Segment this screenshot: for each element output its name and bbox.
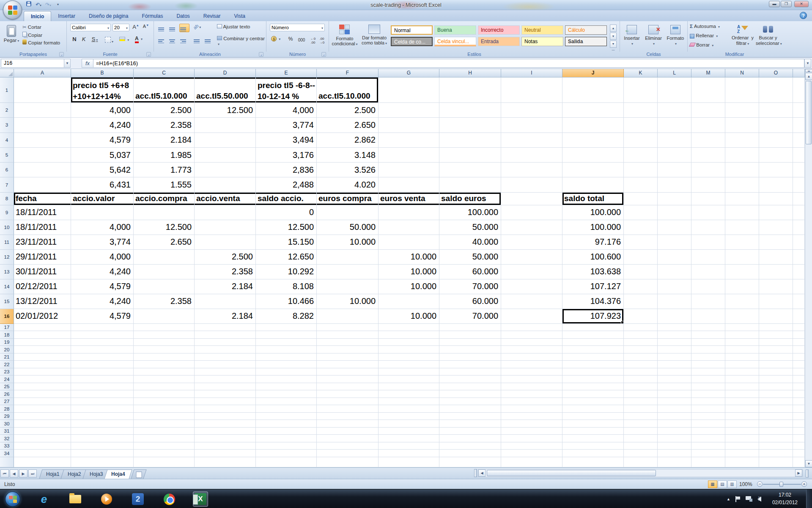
cell-M25[interactable]: [691, 383, 725, 391]
row-header-14[interactable]: 14: [0, 279, 14, 294]
cell-H33[interactable]: [439, 442, 501, 450]
cell-I18[interactable]: [501, 331, 562, 339]
cell-B16[interactable]: 4,579: [71, 309, 134, 324]
cell-I23[interactable]: [501, 368, 562, 376]
cell-E23[interactable]: [256, 368, 317, 376]
maximize-button[interactable]: ❐: [781, 1, 792, 7]
cell-O10[interactable]: [759, 220, 793, 235]
cell-K10[interactable]: [624, 220, 658, 235]
cell-O29[interactable]: [759, 413, 793, 420]
cell-E13[interactable]: 10.292: [256, 265, 317, 279]
cell-I5[interactable]: [501, 148, 562, 163]
cell-I10[interactable]: [501, 220, 562, 235]
cell-J1[interactable]: [562, 77, 624, 103]
font-color-button[interactable]: A: [133, 36, 146, 44]
cell-K30[interactable]: [624, 420, 658, 428]
cell-C19[interactable]: [134, 339, 195, 346]
zoom-level[interactable]: 100%: [739, 481, 752, 487]
cell-O15[interactable]: [759, 294, 793, 309]
row-header-16[interactable]: 16: [0, 309, 14, 324]
gallery-up-icon[interactable]: ▲: [610, 25, 617, 32]
cell-E8[interactable]: saldo accio.: [256, 193, 317, 205]
cell-M23[interactable]: [691, 368, 725, 376]
cell-G23[interactable]: [379, 368, 439, 376]
cell-G4[interactable]: [379, 133, 439, 148]
cell-M4[interactable]: [691, 133, 725, 148]
cell-K25[interactable]: [624, 383, 658, 391]
cell-style-celda-de-co-[interactable]: Celda de co...: [391, 37, 433, 46]
cell-N23[interactable]: [725, 368, 759, 376]
cell-L23[interactable]: [658, 368, 691, 376]
cell-H32[interactable]: [439, 435, 501, 442]
cell-J9[interactable]: 100.000: [562, 205, 624, 220]
start-button[interactable]: [5, 491, 20, 507]
help-icon[interactable]: [800, 12, 807, 19]
cell-N11[interactable]: [725, 235, 759, 250]
cell-N5[interactable]: [725, 148, 759, 163]
cell-C24[interactable]: [134, 375, 195, 383]
cell-L27[interactable]: [658, 398, 691, 406]
cell-J21[interactable]: [562, 353, 624, 361]
cell-H5[interactable]: [439, 148, 501, 163]
cell-D24[interactable]: [195, 375, 256, 383]
font-size-select[interactable]: 20: [112, 24, 129, 31]
cell-style-celda-vincul-[interactable]: Celda vincul...: [434, 37, 476, 46]
horizontal-scrollbar[interactable]: ◀ ▶: [478, 469, 803, 477]
cell-E22[interactable]: [256, 361, 317, 368]
cell-B20[interactable]: [71, 346, 134, 353]
cell-E7[interactable]: 2,488: [256, 177, 317, 192]
portapapeles-dialog-launcher-icon[interactable]: [59, 52, 64, 57]
cell-L17[interactable]: [658, 324, 691, 331]
qat-customize-button[interactable]: ▾: [54, 1, 62, 9]
cell-L21[interactable]: [658, 353, 691, 361]
cell-M18[interactable]: [691, 331, 725, 339]
cell-A11[interactable]: 23/11/2011: [14, 235, 71, 250]
alineacion-dialog-launcher-icon[interactable]: [259, 52, 263, 57]
cell-F29[interactable]: [317, 413, 379, 420]
row-header-4[interactable]: 4: [0, 133, 14, 148]
cell-J6[interactable]: [562, 163, 624, 177]
cell-A31[interactable]: [14, 428, 71, 435]
cell-C6[interactable]: 1.773: [134, 163, 195, 177]
cell-M13[interactable]: [691, 265, 725, 279]
cell-H24[interactable]: [439, 375, 501, 383]
cell-O18[interactable]: [759, 331, 793, 339]
cell-D17[interactable]: [195, 324, 256, 331]
cell-L13[interactable]: [658, 265, 691, 279]
cell-M22[interactable]: [691, 361, 725, 368]
cell-J5[interactable]: [562, 148, 624, 163]
cell-L30[interactable]: [658, 420, 691, 428]
cell-O13[interactable]: [759, 265, 793, 279]
cell-I9[interactable]: [501, 205, 562, 220]
row-header-28[interactable]: 28: [0, 405, 14, 413]
cell-E2[interactable]: 4,000: [256, 103, 317, 118]
cell-A32[interactable]: [14, 435, 71, 442]
cell-B25[interactable]: [71, 383, 134, 391]
comma-style-button[interactable]: 000: [296, 36, 307, 44]
cell-N13[interactable]: [725, 265, 759, 279]
cell-I6[interactable]: [501, 163, 562, 177]
normal-view-icon[interactable]: ▦: [708, 480, 717, 488]
cell-G20[interactable]: [379, 346, 439, 353]
cell-D29[interactable]: [195, 413, 256, 420]
cell-O35[interactable]: [759, 457, 793, 467]
cell-C35[interactable]: [134, 457, 195, 467]
cell-H28[interactable]: [439, 405, 501, 413]
cell-B29[interactable]: [71, 413, 134, 420]
cell-B15[interactable]: 4,240: [71, 294, 134, 309]
grow-font-button[interactable]: A▲: [131, 23, 140, 32]
cell-C16[interactable]: [134, 309, 195, 324]
cell-N7[interactable]: [725, 177, 759, 192]
cell-F5[interactable]: 3.148: [317, 148, 379, 163]
cell-H6[interactable]: [439, 163, 501, 177]
cell-E35[interactable]: [256, 457, 317, 467]
fill-button[interactable]: ↓ Rellenar: [689, 33, 726, 40]
cell-C22[interactable]: [134, 361, 195, 368]
autosum-button[interactable]: Σ Autosuma: [689, 23, 728, 30]
row-header-33[interactable]: 33: [0, 442, 14, 450]
vscroll-split-handle[interactable]: ▬: [805, 69, 812, 72]
fill-color-button[interactable]: [118, 36, 131, 44]
align-center-button[interactable]: [168, 36, 178, 44]
cell-O8[interactable]: [759, 193, 793, 205]
zoom-thumb[interactable]: [779, 482, 783, 487]
